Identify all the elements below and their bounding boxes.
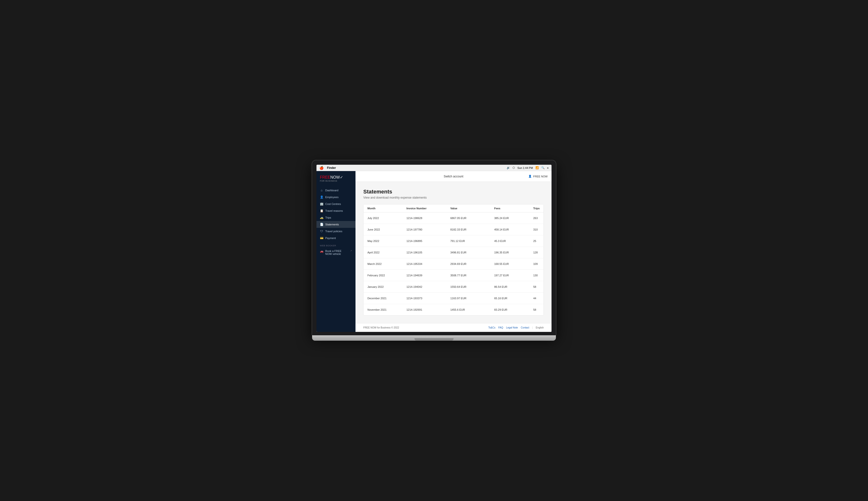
sidebar-item-book-vehicle[interactable]: 🚗 Book a FREE NOW vehicle ↗ bbox=[316, 248, 355, 257]
table-row: November 2021 1214-192691 1455.6 EUR 83.… bbox=[364, 304, 543, 315]
cell-month: December 2021 bbox=[367, 297, 406, 300]
footer-link-tscs[interactable]: Ts&Cs bbox=[488, 326, 495, 329]
menubar-app: Finder bbox=[327, 166, 336, 170]
sidebar-item-cost-centres[interactable]: 🏢 Cost Centres bbox=[316, 201, 355, 207]
table-row: February 2022 1214-194639 3508.77 EUR 19… bbox=[364, 270, 543, 281]
logo-free: FREE bbox=[320, 175, 331, 179]
cell-month: April 2022 bbox=[367, 251, 406, 254]
topbar: Switch account 👤 FREE NOW bbox=[355, 171, 552, 182]
footer-links: Ts&Cs FAQ Legal Note Contact | English bbox=[488, 326, 544, 329]
statements-table: Month Invoice Number Value Fees Trips J bbox=[363, 204, 544, 316]
sidebar-label-book-vehicle: Book a FREE NOW vehicle bbox=[325, 249, 348, 255]
cell-month: February 2022 bbox=[367, 274, 406, 277]
web-booker-label: WEB BOOKER bbox=[316, 242, 355, 248]
laptop-frame: 🍎 Finder 🔊 ⬡ Sun 1:44 PM 📶 🔍 ≡ bbox=[312, 160, 556, 341]
sidebar-item-travel-reasons[interactable]: 📋 Travel reasons bbox=[316, 207, 355, 214]
cell-invoice: 1214-194042 bbox=[406, 285, 450, 288]
logo-check: ✓ bbox=[340, 175, 343, 179]
cell-fees: 86.54 EUR bbox=[494, 285, 533, 288]
menubar-left: 🍎 Finder bbox=[320, 166, 336, 170]
footer-link-faq[interactable]: FAQ bbox=[498, 326, 503, 329]
th-trips: Trips bbox=[533, 207, 544, 210]
cell-invoice: 1214-197780 bbox=[406, 228, 450, 231]
cell-value: 3496.81 EUR bbox=[450, 251, 494, 254]
main-content: Statements View and download monthly exp… bbox=[355, 182, 552, 332]
cell-value: 6867.05 EUR bbox=[450, 217, 494, 220]
menubar-right: 🔊 ⬡ Sun 1:44 PM 📶 🔍 ≡ bbox=[507, 166, 548, 169]
employees-icon: 👤 bbox=[320, 195, 323, 199]
cell-trips: 128 bbox=[533, 251, 544, 254]
th-invoice: Invoice Number bbox=[406, 207, 450, 210]
table-row: January 2022 1214-194042 1550.64 EUR 86.… bbox=[364, 281, 543, 293]
topbar-user: 👤 FREE NOW bbox=[529, 175, 547, 178]
th-value: Value bbox=[450, 207, 494, 210]
page-subtitle: View and download monthly expense statem… bbox=[363, 196, 544, 199]
sidebar-logo: FREENOW✓ FOR BUSINESS bbox=[316, 171, 355, 185]
sidebar-item-travel-policies[interactable]: 🛡 Travel policies bbox=[316, 228, 355, 235]
search-icon[interactable]: 🔍 bbox=[541, 166, 545, 169]
footer-link-contact[interactable]: Contact bbox=[521, 326, 529, 329]
app-container: FREENOW✓ FOR BUSINESS ⌂ Dashboard 👤 Empl… bbox=[316, 171, 552, 332]
cell-fees: 196.35 EUR bbox=[494, 251, 533, 254]
statements-icon: 📄 bbox=[320, 223, 323, 226]
cost-centres-icon: 🏢 bbox=[320, 202, 323, 206]
main-inner: Statements View and download monthly exp… bbox=[355, 182, 552, 323]
logo: FREENOW✓ bbox=[320, 175, 352, 180]
bluetooth-icon: ⬡ bbox=[513, 166, 515, 169]
table-row: May 2022 1214-196895 791.12 EUR 45.3 EUR… bbox=[364, 235, 543, 247]
footer-copyright: FREE NOW for Business © 2022 bbox=[363, 326, 399, 329]
cell-month: January 2022 bbox=[367, 285, 406, 288]
cell-fees: 385.24 EUR bbox=[494, 217, 533, 220]
cell-value: 3508.77 EUR bbox=[450, 274, 494, 277]
switch-account-button[interactable]: Switch account bbox=[444, 175, 463, 178]
cell-invoice: 1214-194639 bbox=[406, 274, 450, 277]
cell-invoice: 1214-196895 bbox=[406, 239, 450, 243]
dashboard-icon: ⌂ bbox=[320, 189, 323, 192]
cell-month: July 2022 bbox=[367, 217, 406, 220]
cell-month: March 2022 bbox=[367, 263, 406, 265]
logo-sub: FOR BUSINESS bbox=[320, 180, 352, 182]
menubar: 🍎 Finder 🔊 ⬡ Sun 1:44 PM 📶 🔍 ≡ bbox=[316, 165, 552, 171]
logo-now: NOW bbox=[331, 175, 340, 179]
book-vehicle-icon: 🚗 bbox=[320, 249, 323, 253]
cell-trips: 58 bbox=[533, 308, 544, 311]
cell-value: 1455.6 EUR bbox=[450, 308, 494, 311]
table-row: December 2021 1214-193373 1163.97 EUR 65… bbox=[364, 293, 543, 304]
sidebar-label-statements: Statements bbox=[325, 223, 339, 226]
sidebar-label-employees: Employees bbox=[325, 196, 338, 199]
footer-link-legal[interactable]: Legal Note bbox=[506, 326, 518, 329]
footer: FREE NOW for Business © 2022 Ts&Cs FAQ L… bbox=[355, 323, 552, 332]
cell-invoice: 1214-196105 bbox=[406, 251, 450, 254]
cell-month: June 2022 bbox=[367, 228, 406, 231]
cell-trips: 263 bbox=[533, 217, 544, 220]
sidebar-label-payment: Payment bbox=[325, 237, 336, 239]
cell-trips: 25 bbox=[533, 239, 544, 243]
sidebar-item-statements[interactable]: 📄 Statements bbox=[316, 221, 355, 228]
sidebar-label-trips: Trips bbox=[325, 216, 331, 219]
menu-icon[interactable]: ≡ bbox=[547, 167, 548, 169]
cell-fees: 168.55 EUR bbox=[494, 263, 533, 265]
th-month: Month bbox=[367, 207, 406, 210]
travel-policies-icon: 🛡 bbox=[320, 230, 323, 233]
sidebar-nav: ⌂ Dashboard 👤 Employees 🏢 Cost Centres bbox=[316, 185, 355, 332]
user-label: FREE NOW bbox=[533, 175, 547, 178]
cell-fees: 45.3 EUR bbox=[494, 239, 533, 243]
sidebar-item-payment[interactable]: 💳 Payment bbox=[316, 235, 355, 242]
sidebar-item-employees[interactable]: 👤 Employees bbox=[316, 194, 355, 201]
payment-icon: 💳 bbox=[320, 236, 323, 240]
cell-trips: 109 bbox=[533, 263, 544, 265]
clock: Sun 1:44 PM bbox=[517, 167, 533, 169]
cell-invoice: 1214-198628 bbox=[406, 217, 450, 220]
sidebar-item-trips[interactable]: 🚕 Trips bbox=[316, 214, 355, 221]
cell-trips: 310 bbox=[533, 228, 544, 231]
cell-value: 2934.69 EUR bbox=[450, 263, 494, 265]
cell-month: November 2021 bbox=[367, 308, 406, 311]
table-row: June 2022 1214-197780 8182.33 EUR 458.14… bbox=[364, 224, 543, 235]
cell-trips: 130 bbox=[533, 274, 544, 277]
th-fees: Fees bbox=[494, 207, 533, 210]
table-row: March 2022 1214-195334 2934.69 EUR 168.5… bbox=[364, 258, 543, 270]
travel-reasons-icon: 📋 bbox=[320, 209, 323, 213]
table-row: July 2022 1214-198628 6867.05 EUR 385.24… bbox=[364, 213, 543, 224]
volume-icon: 🔊 bbox=[507, 166, 510, 169]
sidebar-item-dashboard[interactable]: ⌂ Dashboard bbox=[316, 187, 355, 194]
